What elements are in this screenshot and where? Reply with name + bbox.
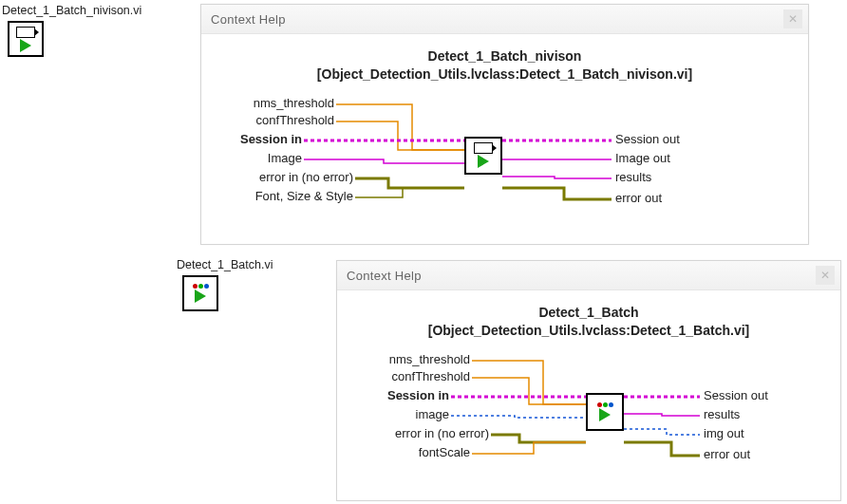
terminal-results: results — [704, 407, 740, 421]
connector-diagram-2: nms_threshold confThreshold Session in i… — [348, 349, 829, 504]
terminal-session-in: Session in — [348, 388, 449, 402]
rgb-dots-icon — [193, 284, 209, 289]
play-icon — [20, 39, 31, 52]
camera-icon — [474, 142, 493, 154]
play-icon — [478, 155, 489, 168]
terminal-image: Image — [213, 151, 302, 165]
vi-icon-detect-1-batch-nivison[interactable] — [8, 21, 44, 57]
vi-path-2: [Object_Detection_Utils.lvclass:Detect_1… — [348, 322, 829, 340]
terminal-image-out: Image out — [615, 151, 670, 165]
terminal-error-in: error in (no error) — [348, 426, 489, 440]
vi-file-label-1: Detect_1_Batch_nivison.vi — [2, 4, 141, 17]
vi-header-1: Detect_1_Batch_nivison [Object_Detection… — [213, 47, 797, 84]
context-help-title-text: Context Help — [211, 12, 286, 27]
close-icon[interactable]: ✕ — [783, 9, 802, 28]
terminal-img-out: img out — [704, 426, 744, 440]
vi-icon-detect-1-batch[interactable] — [182, 275, 218, 311]
context-help-titlebar[interactable]: Context Help ✕ — [201, 5, 808, 34]
close-icon[interactable]: ✕ — [816, 266, 835, 285]
terminal-error-out: error out — [615, 191, 662, 205]
terminal-error-out: error out — [704, 447, 750, 461]
vi-file-label-2: Detect_1_Batch.vi — [177, 258, 273, 271]
terminal-results: results — [615, 170, 651, 184]
vi-connector-node-1 — [464, 137, 502, 175]
terminal-nms-threshold: nms_threshold — [348, 352, 470, 366]
camera-icon — [16, 27, 35, 38]
terminal-conf-threshold: confThreshold — [348, 369, 470, 383]
vi-header-2: Detect_1_Batch [Object_Detection_Utils.l… — [348, 304, 829, 340]
vi-name-1: Detect_1_Batch_nivison — [213, 47, 797, 65]
terminal-session-in: Session in — [213, 132, 302, 146]
terminal-session-out: Session out — [615, 132, 680, 146]
context-help-title-text: Context Help — [347, 269, 422, 283]
context-help-window-1: Context Help ✕ Detect_1_Batch_nivison [O… — [200, 4, 809, 245]
context-help-titlebar[interactable]: Context Help ✕ — [337, 261, 840, 290]
vi-path-1: [Object_Detection_Utils.lvclass:Detect_1… — [213, 65, 797, 84]
connector-diagram-1: nms_threshold confThreshold Session in I… — [213, 93, 797, 254]
terminal-font-size-style: Font, Size & Style — [213, 189, 353, 203]
terminal-conf-threshold: confThreshold — [213, 113, 334, 127]
terminal-error-in: error in (no error) — [213, 170, 353, 184]
terminal-image: image — [348, 407, 449, 421]
terminal-font-scale: fontScale — [348, 445, 470, 459]
rgb-dots-icon — [597, 402, 613, 407]
terminal-session-out: Session out — [704, 388, 768, 402]
vi-name-2: Detect_1_Batch — [348, 304, 829, 322]
vi-connector-node-2 — [586, 393, 624, 431]
play-icon — [599, 408, 611, 421]
context-help-window-2: Context Help ✕ Detect_1_Batch [Object_De… — [336, 260, 841, 501]
play-icon — [195, 289, 206, 303]
terminal-nms-threshold: nms_threshold — [213, 96, 334, 110]
